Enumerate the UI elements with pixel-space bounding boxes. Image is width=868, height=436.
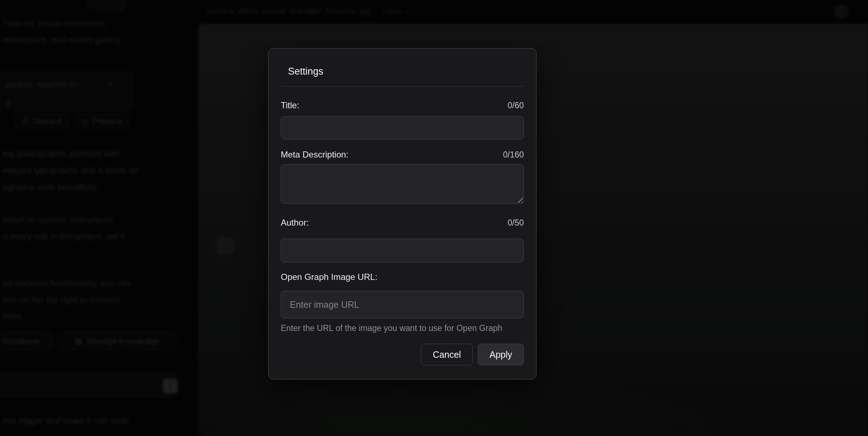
app-window: preview office casual manager brunette j… [0,0,868,436]
og-image-url-label: Open Graph Image URL: [281,272,377,282]
og-image-url-input[interactable] [281,291,524,318]
modal-title-divider [281,86,524,87]
title-label: Title: [281,100,299,110]
author-input[interactable] [281,239,524,263]
title-input[interactable] [281,116,524,139]
meta-description-label: Meta Description: [281,150,349,160]
title-char-counter: 0/60 [508,100,524,110]
cancel-button[interactable]: Cancel [421,344,473,365]
og-image-url-helper-text: Enter the URL of the image you want to u… [281,323,524,333]
author-char-counter: 0/50 [508,218,524,228]
apply-button[interactable]: Apply [478,344,524,365]
settings-modal: Settings Title: 0/60 Meta Description: 0… [268,48,537,380]
author-label: Author: [281,218,309,228]
modal-title: Settings [288,65,524,77]
meta-description-char-counter: 0/160 [503,150,524,160]
meta-description-textarea[interactable] [281,164,524,204]
